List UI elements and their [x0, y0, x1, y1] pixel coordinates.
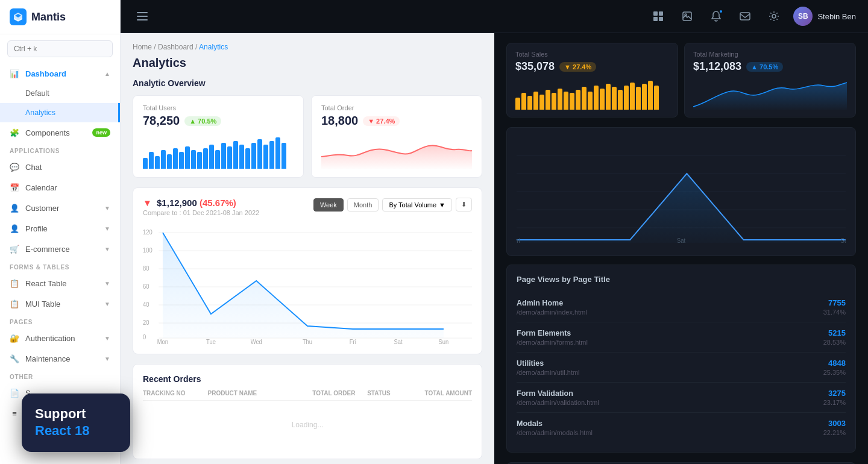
grid-icon[interactable]: [649, 7, 668, 26]
pv-title-1: Admin Home: [517, 299, 587, 307]
stat-badge-orders: ▼ 27.4%: [363, 116, 400, 126]
page-view-item-4: Form Validation /demo/admin/validation.h…: [517, 383, 846, 413]
sidebar-item-calendar[interactable]: 📅 Calendar: [0, 177, 120, 198]
topnav-right: SB Stebin Ben: [649, 7, 856, 26]
stat-badge-users: ▲ 70.5%: [184, 116, 221, 126]
dark-stat-label-marketing: Total Marketing: [693, 51, 847, 58]
dark-stat-cards: Total Sales $35,078 ▼ 27.4% Total Market…: [506, 43, 856, 118]
search-bar[interactable]: [0, 34, 120, 63]
search-input[interactable]: [7, 40, 113, 57]
pv-count-1: 7755: [823, 298, 846, 307]
pv-url-5: /demo/admin/modals.html: [517, 429, 593, 436]
sidebar-item-components[interactable]: 🧩 Components new: [0, 122, 120, 143]
analytic-overview-title: Analytic Overview: [133, 78, 482, 88]
svg-rect-4: [659, 11, 663, 16]
svg-rect-1: [137, 16, 148, 17]
maintenance-label: Maintenance: [25, 354, 70, 363]
income-section: ▼ $1,12,900 (45.67%) Compare to : 01 Dec…: [133, 187, 482, 354]
stat-label-orders: Total Order: [321, 104, 472, 111]
user-info[interactable]: SB Stebin Ben: [793, 7, 856, 26]
components-icon: 🧩: [10, 128, 19, 137]
stat-value-users: 78,250: [143, 114, 180, 128]
sidebar-item-react-table[interactable]: 📋 React Table ▼: [0, 273, 120, 293]
sidebar-item-customer[interactable]: 👤 Customer ▼: [0, 198, 120, 218]
stat-cards: Total Users 78,250 ▲ 70.5% Total Order 1…: [133, 95, 482, 178]
sidebar-item-dashboard[interactable]: 📊 Dashboard ▲: [0, 63, 120, 84]
pv-count-4: 3275: [823, 389, 846, 398]
income-chart: 120 100 80 60 40 20 0: [143, 224, 472, 344]
breadcrumb-dashboard[interactable]: Dashboard: [158, 43, 193, 51]
sidebar-item-ecommerce[interactable]: 🛒 E-commerce ▼: [0, 239, 120, 259]
customer-label: Customer: [25, 204, 59, 213]
pv-url-4: /demo/admin/validation.html: [517, 399, 599, 406]
calendar-label: Calendar: [25, 183, 57, 192]
pv-url-2: /demo/admin/forms.html: [517, 339, 588, 346]
sidebar-item-profile[interactable]: 👤 Profile ▼: [0, 218, 120, 239]
dark-stat-label-sales: Total Sales: [515, 51, 669, 58]
svg-rect-0: [137, 12, 148, 13]
pv-title-4: Form Validation: [517, 389, 599, 398]
page-views-section: Page Views by Page Title Admin Home /dem…: [506, 265, 856, 453]
recent-orders-section: Recent Orders TRACKING NO PRODUCT NAME T…: [133, 364, 482, 459]
menu-toggle-icon[interactable]: [133, 7, 152, 26]
svg-rect-9: [740, 13, 750, 20]
sidebar-item-authentication[interactable]: 🔐 Authentication ▼: [0, 328, 120, 348]
col-tracking-no: TRACKING NO: [143, 390, 203, 397]
menu-icon: ≡: [10, 409, 19, 418]
svg-text:0: 0: [143, 334, 146, 340]
maintenance-icon: 🔧: [10, 354, 19, 363]
bell-icon[interactable]: [706, 7, 726, 26]
svg-text:Tue: Tue: [206, 339, 216, 344]
col-product-name: PRODUCT NAME: [207, 390, 307, 397]
svg-point-10: [772, 14, 776, 18]
chevron-up-icon: ▲: [104, 71, 110, 77]
svg-text:Wed: Wed: [251, 339, 262, 344]
sidebar-item-default[interactable]: Default: [0, 84, 120, 103]
breadcrumb-home[interactable]: Home: [133, 43, 152, 51]
mail-icon[interactable]: [735, 7, 755, 26]
recent-orders-header: Recent Orders: [143, 374, 472, 384]
breadcrumb: Home / Dashboard / Analytics: [133, 43, 482, 51]
settings-icon[interactable]: [764, 7, 784, 26]
dark-income-chart: Fri Sat Sun: [506, 127, 856, 256]
section-label-other: Other: [0, 369, 120, 383]
analytics-label: Analytics: [25, 108, 55, 117]
sidebar-item-chat[interactable]: 💬 Chat: [0, 157, 120, 177]
page-view-item-1: Admin Home /demo/admin/index.html 7755 3…: [517, 292, 846, 322]
table-body-placeholder: Loading...: [143, 401, 472, 449]
sidebar-item-maintenance[interactable]: 🔧 Maintenance ▼: [0, 348, 120, 369]
chevron-down-icon-7: ▼: [104, 356, 110, 362]
stat-card-orders: Total Order 18,800 ▼ 27.4%: [311, 95, 482, 178]
react-table-label: React Table: [25, 279, 66, 288]
svg-text:Sat: Sat: [394, 339, 403, 344]
page-view-item-5: Modals /demo/admin/modals.html 3003 22.2…: [517, 413, 846, 442]
pv-count-5: 3003: [823, 419, 846, 428]
income-value: ▼ $1,12,900 (45.67%): [143, 198, 259, 208]
dark-stat-badge-marketing: ▲ 70.5%: [746, 62, 783, 72]
dark-stat-value-sales: $35,078: [515, 60, 555, 73]
auth-label: Authentication: [25, 334, 75, 343]
btn-download[interactable]: ⬇: [456, 198, 472, 212]
page-views-title: Page Views by Page Title: [517, 275, 846, 284]
user-name: Stebin Ben: [817, 12, 856, 21]
btn-volume[interactable]: By Total Volume ▼: [382, 198, 452, 212]
support-subtitle: React 18: [35, 422, 117, 440]
support-title: Support: [35, 406, 117, 423]
mui-table-icon: 📋: [10, 299, 19, 309]
sidebar-item-mui-table[interactable]: 📋 MUI Table ▼: [0, 293, 120, 314]
breadcrumb-current: Analytics: [199, 43, 228, 51]
page-view-item-2: Form Elements /demo/admin/forms.html 521…: [517, 322, 846, 353]
sidebar-item-analytics[interactable]: Analytics: [0, 103, 120, 122]
main-content: SB Stebin Ben Home / Dashboard / Analyti…: [121, 0, 868, 464]
pv-count-2: 5215: [823, 328, 846, 337]
profile-icon: 👤: [10, 224, 19, 233]
btn-week[interactable]: Week: [313, 198, 344, 212]
btn-month[interactable]: Month: [347, 198, 379, 212]
page-title: Analytics: [133, 56, 482, 70]
sidebar-logo[interactable]: Mantis: [0, 0, 120, 34]
image-icon[interactable]: [678, 7, 697, 26]
support-popup[interactable]: Support React 18: [22, 393, 130, 452]
svg-text:Fri: Fri: [350, 339, 356, 344]
svg-rect-5: [653, 17, 658, 21]
chevron-down-icon-2: ▼: [104, 225, 110, 232]
